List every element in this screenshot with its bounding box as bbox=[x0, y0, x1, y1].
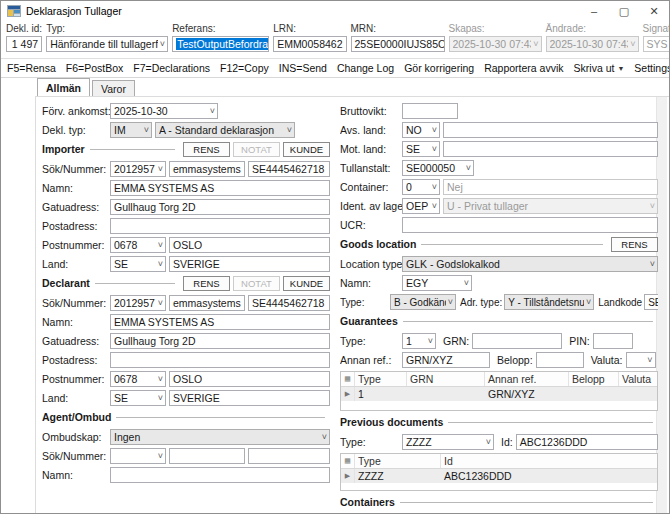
declarant-postnummer-dropdown[interactable]: 0678˅ bbox=[110, 371, 166, 387]
importer-poststed-field[interactable]: OSLO bbox=[169, 237, 330, 253]
toolbar-ins-send[interactable]: INS=Send bbox=[279, 62, 327, 74]
tullanstalt-label: Tullanstalt: bbox=[340, 162, 402, 174]
avs-land-name-field[interactable] bbox=[443, 122, 658, 138]
maximize-button[interactable]: ▢ bbox=[609, 1, 639, 21]
toolbar-rapportera-avvik[interactable]: Rapportera avvik bbox=[484, 62, 563, 74]
declarant-land-label: Land: bbox=[42, 392, 110, 404]
annan-ref-label: Annan ref.: bbox=[340, 354, 402, 366]
selected-text: TestOutputBefordran bbox=[176, 38, 269, 50]
close-button[interactable]: ✕ bbox=[639, 1, 669, 21]
lrn-field[interactable]: EMM0058462 bbox=[273, 36, 346, 52]
tab-varor[interactable]: Varor bbox=[92, 80, 135, 96]
declarant-poststed-field[interactable]: OSLO bbox=[169, 371, 330, 387]
chevron-down-icon: ˅ bbox=[158, 375, 163, 384]
agent-namn-label: Namn: bbox=[42, 469, 110, 481]
toolbar-change-log[interactable]: Change Log bbox=[337, 62, 394, 74]
importer-kunde-button[interactable]: KUNDE bbox=[283, 142, 330, 157]
declarant-sok-name-field[interactable]: emmasystems bbox=[169, 295, 245, 311]
grn-field[interactable] bbox=[472, 333, 562, 349]
toolbar-f12-copy[interactable]: F12=Copy bbox=[220, 62, 269, 74]
adr-type-label: Adr. type: bbox=[456, 297, 504, 308]
typ-dropdown[interactable]: Hänförande till tullagerförfarandet ˅ bbox=[46, 36, 168, 52]
toolbar-settings-menu[interactable]: Settings▼ bbox=[634, 62, 670, 74]
declarant-land-name-field[interactable]: SVERIGE bbox=[169, 390, 330, 406]
agent-sok-number-dropdown[interactable]: ˅ bbox=[110, 448, 166, 464]
agent-namn-field[interactable] bbox=[110, 467, 330, 483]
ident-av-lager-dropdown[interactable]: OEP˅ bbox=[402, 198, 440, 214]
referans-field[interactable]: TestOutputBefordran bbox=[172, 36, 269, 52]
column-header-annan-ref[interactable]: Annan ref. bbox=[485, 372, 569, 386]
toolbar-skriva-ut-menu[interactable]: Skriva ut▼ bbox=[574, 62, 625, 74]
declarant-land-dropdown[interactable]: SE˅ bbox=[110, 390, 166, 406]
importer-sok-name-field[interactable]: emmasystems bbox=[169, 161, 245, 177]
mot-land-name-field[interactable] bbox=[443, 141, 658, 157]
tab-allman[interactable]: Allmän bbox=[37, 78, 90, 96]
importer-land-dropdown[interactable]: SE˅ bbox=[110, 256, 166, 272]
minimize-button[interactable]: – bbox=[579, 1, 609, 21]
goods-location-rens-button[interactable]: RENS bbox=[611, 237, 658, 252]
toolbar-f5-rensa[interactable]: F5=Rensa bbox=[7, 62, 56, 74]
importer-postadress-label: Postadress: bbox=[42, 220, 110, 232]
dekl-typ-text-dropdown[interactable]: A - Standard deklarasjon˅ bbox=[155, 122, 295, 138]
toolbar-f6-postbox[interactable]: F6=PostBox bbox=[66, 62, 124, 74]
importer-gatuadress-label: Gatuadress: bbox=[42, 201, 110, 213]
container-label: Container: bbox=[340, 181, 402, 193]
declarant-title: Declarant bbox=[42, 277, 90, 289]
location-type-dropdown[interactable]: GLK - Godslokalkod˅ bbox=[402, 256, 658, 272]
declarant-sok-number-dropdown[interactable]: 2012957˅ bbox=[110, 295, 166, 311]
guarantee-type-dropdown[interactable]: 1˅ bbox=[402, 333, 436, 349]
bruttovikt-field[interactable] bbox=[402, 103, 458, 119]
column-header-type[interactable]: Type bbox=[355, 454, 441, 468]
annan-ref-field[interactable]: GRN/XYZ bbox=[402, 352, 490, 368]
declarant-namn-field[interactable]: EMMA SYSTEMS AS bbox=[110, 314, 330, 330]
importer-rens-button[interactable]: RENS bbox=[183, 142, 230, 157]
importer-title: Importer bbox=[42, 143, 85, 155]
declarant-sok-id-field[interactable]: SE4445462718 bbox=[248, 295, 330, 311]
belopp-field[interactable] bbox=[536, 352, 584, 368]
toolbar-f7-declarations[interactable]: F7=Declarations bbox=[133, 62, 210, 74]
landkode-label: Landkode bbox=[594, 297, 644, 308]
guarantees-grid-row[interactable]: ▶ 1 GRN/XYZ bbox=[341, 387, 657, 401]
column-header-id[interactable]: Id bbox=[441, 454, 657, 468]
importer-namn-field[interactable]: EMMA SYSTEMS AS bbox=[110, 180, 330, 196]
column-header-valuta[interactable]: Valuta bbox=[619, 372, 657, 386]
dekl-typ-code-dropdown[interactable]: IM˅ bbox=[110, 122, 152, 138]
column-header-type[interactable]: Type bbox=[355, 372, 407, 386]
landkode-dropdown[interactable]: SE˅ bbox=[644, 294, 658, 310]
agent-sok-id-field[interactable] bbox=[248, 448, 330, 464]
declarant-gatuadress-field[interactable]: Gullhaug Torg 2D bbox=[110, 333, 330, 349]
toolbar-gor-korrigering[interactable]: Gör korrigering bbox=[404, 62, 474, 74]
declarant-rens-button[interactable]: RENS bbox=[183, 276, 230, 291]
chevron-down-icon: ˅ bbox=[158, 260, 163, 269]
previous-documents-grid-row[interactable]: ▶ ZZZZ ABC1236DDD bbox=[341, 469, 657, 483]
importer-sok-id-field[interactable]: SE4445462718 bbox=[248, 161, 330, 177]
goods-location-type-dropdown[interactable]: B - Godkänd plats˅ bbox=[390, 294, 456, 310]
container-dropdown[interactable]: 0˅ bbox=[402, 179, 440, 195]
ident-av-lager-label: Ident. av lager: bbox=[340, 200, 402, 212]
prev-doc-id-field[interactable]: ABC1236DDD bbox=[516, 434, 658, 450]
importer-sok-number-dropdown[interactable]: 2012957˅ bbox=[110, 161, 166, 177]
ucr-field[interactable] bbox=[402, 217, 658, 233]
dekl-id-field[interactable]: 1 497 bbox=[6, 36, 42, 52]
pin-field[interactable] bbox=[593, 333, 633, 349]
importer-postadress-field[interactable] bbox=[110, 218, 330, 234]
toolbar: F5=Rensa F6=PostBox F7=Declarations F12=… bbox=[1, 59, 669, 78]
column-header-belopp[interactable]: Belopp bbox=[569, 372, 619, 386]
column-header-grn[interactable]: GRN bbox=[407, 372, 485, 386]
adr-type-dropdown[interactable]: Y - Tillståndetsnummer˅ bbox=[504, 294, 594, 310]
importer-land-name-field[interactable]: SVERIGE bbox=[169, 256, 330, 272]
ombudskap-dropdown[interactable]: Ingen˅ bbox=[110, 429, 330, 445]
prev-doc-type-dropdown[interactable]: ZZZZ˅ bbox=[402, 434, 494, 450]
mot-land-dropdown[interactable]: SE˅ bbox=[402, 141, 440, 157]
declarant-postadress-field[interactable] bbox=[110, 352, 330, 368]
valuta-dropdown[interactable]: ˅ bbox=[626, 352, 656, 368]
forv-ankomst-dropdown[interactable]: 2025-10-30˅ bbox=[110, 103, 218, 119]
mrn-field[interactable]: 25SE0000IUJS85OUR0 bbox=[351, 36, 445, 52]
declarant-kunde-button[interactable]: KUNDE bbox=[283, 276, 330, 291]
importer-postnummer-dropdown[interactable]: 0678˅ bbox=[110, 237, 166, 253]
tullanstalt-dropdown[interactable]: SE000050˅ bbox=[402, 160, 474, 176]
avs-land-dropdown[interactable]: NO˅ bbox=[402, 122, 440, 138]
goods-location-namn-dropdown[interactable]: EGY˅ bbox=[402, 275, 472, 291]
importer-gatuadress-field[interactable]: Gullhaug Torg 2D bbox=[110, 199, 330, 215]
agent-sok-name-field[interactable] bbox=[169, 448, 245, 464]
